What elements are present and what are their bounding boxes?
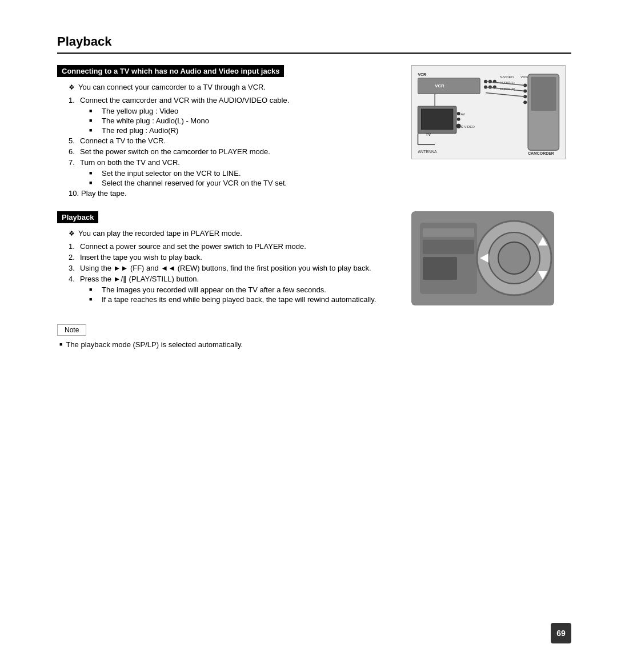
section2-diamond: You can play the recorded tape in PLAYER… bbox=[69, 229, 394, 238]
list-item: The images you recorded will appear on t… bbox=[89, 285, 394, 294]
playback-diagram-container bbox=[411, 211, 571, 307]
svg-text:ANTENNA: ANTENNA bbox=[418, 150, 437, 154]
section1-text: Connecting to a TV which has no Audio an… bbox=[57, 65, 394, 200]
page-number: 69 bbox=[551, 623, 571, 643]
svg-text:VCR: VCR bbox=[418, 73, 427, 77]
svg-text:AV: AV bbox=[461, 112, 466, 116]
section-connecting-tv: Connecting to a TV which has no Audio an… bbox=[57, 65, 571, 200]
note-text: The playback mode (SP/LP) is selected au… bbox=[66, 340, 243, 349]
svg-point-18 bbox=[456, 124, 461, 128]
section-playback: Playback You can play the recorded tape … bbox=[57, 211, 571, 307]
section1-header: Connecting to a TV which has no Audio an… bbox=[57, 65, 284, 77]
list-item: Set the power switch on the camcorder to… bbox=[69, 147, 394, 156]
svg-rect-21 bbox=[531, 77, 556, 111]
svg-point-16 bbox=[457, 118, 460, 121]
note-label: Note bbox=[57, 324, 86, 336]
section2-steps: Connect a power source and set the power… bbox=[69, 242, 394, 304]
list-item: Connect a TV to the VCR. bbox=[69, 136, 394, 145]
svg-text:TV: TV bbox=[426, 132, 431, 136]
svg-rect-0 bbox=[418, 78, 480, 94]
list-item: Set the input selector on the VCR to LIN… bbox=[89, 169, 394, 178]
svg-text:S-VIDEO: S-VIDEO bbox=[500, 75, 514, 79]
section1-steps: Connect the camcorder and VCR with the A… bbox=[69, 96, 394, 198]
section2-text: Playback You can play the recorded tape … bbox=[57, 211, 394, 305]
list-item: Select the channel reserved for your VCR… bbox=[89, 179, 394, 187]
svg-rect-44 bbox=[423, 228, 474, 237]
list-item: Using the ►► (FF) and ◄◄ (REW) buttons, … bbox=[69, 264, 394, 272]
list-item: Insert the tape you wish to play back. bbox=[69, 253, 394, 261]
svg-line-28 bbox=[486, 92, 525, 96]
playback-diagram bbox=[411, 211, 554, 305]
section1-diamond: You can connect your camcorder to a TV t… bbox=[69, 83, 394, 91]
svg-text:S-VIDEO: S-VIDEO bbox=[461, 125, 475, 128]
list-item: The white plug : Audio(L) - Mono bbox=[89, 116, 394, 125]
list-item: Connect the camcorder and VCR with the A… bbox=[69, 96, 394, 104]
svg-text:VCR: VCR bbox=[435, 83, 444, 88]
list-item: Connect a power source and set the power… bbox=[69, 242, 394, 251]
list-item: The yellow plug : Video bbox=[89, 107, 394, 115]
svg-text:CAMCORDER: CAMCORDER bbox=[528, 151, 554, 155]
list-item: Turn on both the TV and VCR. bbox=[69, 158, 394, 167]
svg-point-15 bbox=[457, 112, 460, 115]
list-item: If a tape reaches its end while being pl… bbox=[89, 295, 394, 304]
vcr-diagram-container: VCR S-VIDEO VIDEO AUDIO(L) AUDIO(R) TV bbox=[411, 65, 571, 161]
svg-point-25 bbox=[523, 100, 527, 104]
list-item: The red plug : Audio(R) bbox=[89, 126, 394, 135]
svg-rect-13 bbox=[421, 109, 452, 130]
vcr-connection-diagram: VCR S-VIDEO VIDEO AUDIO(L) AUDIO(R) TV bbox=[411, 65, 566, 159]
svg-rect-45 bbox=[423, 240, 474, 254]
list-item: Play the tape. bbox=[69, 189, 394, 198]
svg-point-40 bbox=[498, 242, 530, 274]
svg-rect-46 bbox=[423, 257, 457, 280]
page-title: Playback bbox=[57, 34, 571, 54]
section2-header: Playback bbox=[57, 211, 98, 223]
note-section: Note ■ The playback mode (SP/LP) is sele… bbox=[57, 319, 571, 349]
list-item: Press the ►/‖ (PLAY/STILL) button. bbox=[69, 275, 394, 283]
